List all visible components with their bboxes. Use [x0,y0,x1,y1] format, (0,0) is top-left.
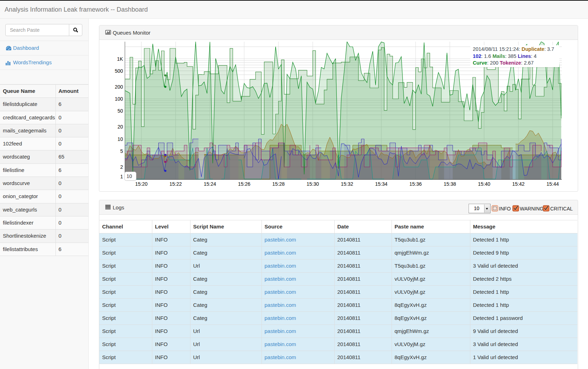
svg-text:Curve: 200 Tokenize: 2.67: Curve: 200 Tokenize: 2.67 [473,60,534,66]
svg-text:15:20: 15:20 [135,181,147,187]
svg-text:2014/08/11 15:21:24: Duplicate: 2014/08/11 15:21:24: Duplicate: 3.7 [473,46,554,52]
svg-text:2: 2 [120,164,123,170]
svg-text:15:26: 15:26 [238,181,250,187]
svg-text:15:44: 15:44 [546,181,559,187]
svg-text:10: 10 [127,173,132,179]
svg-text:50: 50 [117,108,123,114]
svg-text:15:32: 15:32 [341,181,353,187]
svg-text:500: 500 [115,68,123,74]
svg-text:20: 20 [117,124,123,130]
svg-text:15:38: 15:38 [443,181,456,187]
svg-text:10: 10 [117,136,123,142]
svg-text:5: 5 [120,148,123,154]
svg-text:15:40: 15:40 [478,181,490,187]
svg-text:15:24: 15:24 [204,181,216,187]
svg-text:200: 200 [115,84,123,90]
svg-text:15:42: 15:42 [512,181,524,187]
svg-text:102: 1.6 Mails: 385 Lines: 4: 102: 1.6 Mails: 385 Lines: 4 [473,53,536,59]
svg-text:15:22: 15:22 [169,181,182,187]
svg-text:15:30: 15:30 [306,181,319,187]
svg-text:1K: 1K [117,56,123,62]
svg-text:15:34: 15:34 [375,181,387,187]
svg-text:15:28: 15:28 [272,181,284,187]
svg-text:100: 100 [115,96,123,102]
svg-text:15:36: 15:36 [409,181,422,187]
svg-text:1: 1 [120,174,123,179]
